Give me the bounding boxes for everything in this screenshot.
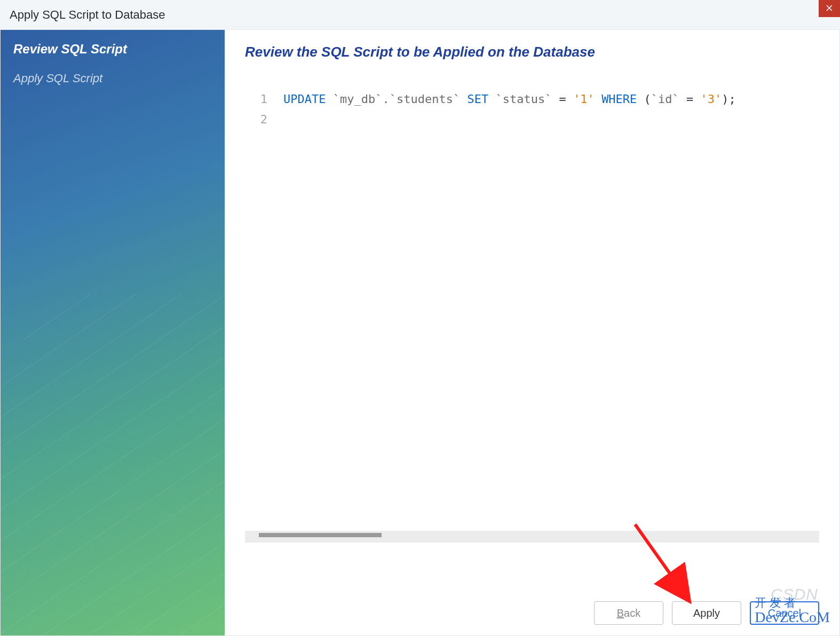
page-title: Review the SQL Script to be Applied on t… bbox=[245, 44, 819, 60]
wizard-sidebar: Review SQL Script Apply SQL Script bbox=[1, 30, 225, 635]
sql-paren-close: ); bbox=[722, 92, 736, 106]
apply-button[interactable]: Apply bbox=[672, 601, 741, 625]
main-panel: Review the SQL Script to be Applied on t… bbox=[225, 30, 839, 635]
close-button[interactable] bbox=[819, 0, 840, 17]
horizontal-scrollbar[interactable] bbox=[245, 531, 819, 543]
close-icon bbox=[826, 4, 833, 13]
line-number: 1 bbox=[251, 89, 283, 109]
sql-ident-status: `status` bbox=[495, 92, 552, 106]
cancel-button-label: Cancel bbox=[768, 607, 801, 619]
line-number: 2 bbox=[251, 109, 283, 130]
editor-row: 2 bbox=[251, 109, 819, 130]
editor-row: 1 UPDATE `my_db`.`students` SET `status`… bbox=[251, 89, 819, 109]
sidebar-step-label: Apply SQL Script bbox=[13, 72, 102, 85]
sql-eq: = bbox=[679, 92, 701, 106]
sidebar-step-review[interactable]: Review SQL Script bbox=[1, 34, 225, 64]
sidebar-step-label: Review SQL Script bbox=[13, 42, 127, 56]
dialog-footer: Back Apply Cancel bbox=[245, 543, 819, 625]
scrollbar-thumb[interactable] bbox=[259, 533, 382, 537]
sql-eq: = bbox=[552, 92, 573, 106]
sql-paren-open: ( bbox=[637, 92, 651, 106]
sql-dot: . bbox=[382, 92, 389, 106]
sql-ident-table: `students` bbox=[390, 92, 460, 106]
sidebar-step-apply[interactable]: Apply SQL Script bbox=[1, 64, 225, 93]
sql-literal-1: '1' bbox=[573, 92, 595, 106]
sql-ident-id: `id` bbox=[651, 92, 679, 106]
sql-literal-3: '3' bbox=[701, 92, 722, 106]
sql-line: UPDATE `my_db`.`students` SET `status` =… bbox=[283, 89, 736, 109]
titlebar: Apply SQL Script to Database bbox=[0, 0, 840, 30]
cancel-button[interactable]: Cancel bbox=[750, 601, 819, 625]
window-title: Apply SQL Script to Database bbox=[10, 8, 165, 22]
sql-keyword-set: SET bbox=[467, 92, 488, 106]
back-button-label: Back bbox=[617, 607, 640, 619]
sql-keyword-where: WHERE bbox=[601, 92, 637, 106]
back-button[interactable]: Back bbox=[594, 601, 663, 625]
dialog-body: Review SQL Script Apply SQL Script Revie… bbox=[0, 30, 840, 636]
apply-button-label: Apply bbox=[693, 607, 720, 619]
sql-ident-db: `my_db` bbox=[333, 92, 383, 106]
sql-editor[interactable]: 1 UPDATE `my_db`.`students` SET `status`… bbox=[245, 89, 819, 525]
sql-keyword-update: UPDATE bbox=[283, 92, 326, 106]
